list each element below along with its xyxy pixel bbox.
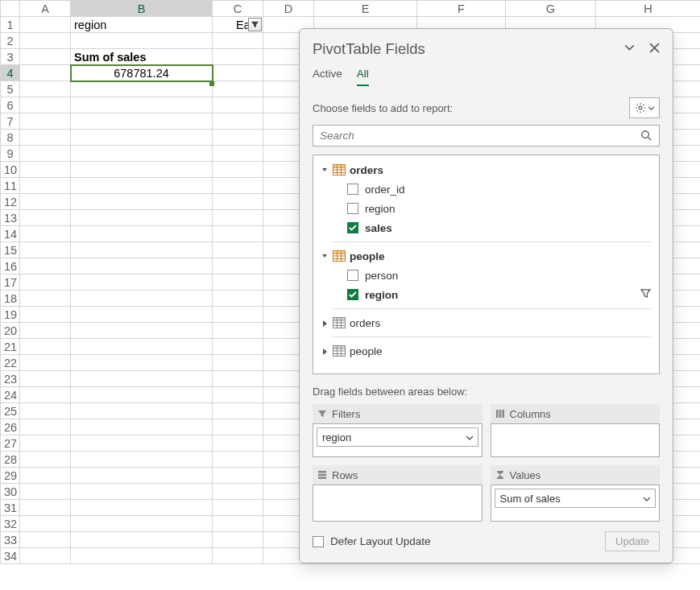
svg-rect-3 bbox=[333, 165, 346, 168]
defer-layout-label: Defer Layout Update bbox=[330, 535, 605, 547]
row-2[interactable]: 2 bbox=[1, 33, 20, 49]
tree-field-person[interactable]: person bbox=[321, 266, 651, 285]
table-icon bbox=[333, 345, 346, 357]
search-icon bbox=[640, 130, 652, 142]
cell-B3[interactable]: Sum of sales bbox=[71, 49, 213, 65]
filter-icon bbox=[317, 409, 327, 419]
area-columns[interactable]: Columns bbox=[491, 404, 661, 457]
col-A[interactable]: A bbox=[20, 1, 71, 17]
search-input[interactable] bbox=[313, 125, 660, 146]
row-1[interactable]: 1 bbox=[1, 17, 20, 33]
tree-table-label: orders bbox=[350, 164, 383, 176]
tab-active[interactable]: Active bbox=[313, 68, 342, 86]
defer-layout-checkbox[interactable] bbox=[313, 536, 324, 547]
filter-icon[interactable] bbox=[640, 288, 651, 301]
area-rows[interactable]: Rows bbox=[313, 465, 483, 522]
tree-field-people-region[interactable]: region bbox=[321, 285, 651, 304]
checkbox-icon[interactable] bbox=[347, 184, 358, 195]
search-field[interactable] bbox=[320, 130, 640, 142]
tools-gear-button[interactable] bbox=[629, 97, 660, 118]
col-E[interactable]: E bbox=[314, 1, 417, 17]
checkbox-icon[interactable] bbox=[347, 270, 358, 281]
col-D[interactable]: D bbox=[263, 1, 314, 17]
svg-point-0 bbox=[639, 106, 642, 109]
area-filters[interactable]: Filters region bbox=[313, 404, 483, 457]
checkbox-checked-icon[interactable] bbox=[347, 289, 358, 300]
col-G[interactable]: G bbox=[506, 1, 596, 17]
tree-table-people-collapsed[interactable]: people bbox=[321, 341, 651, 361]
gear-icon bbox=[635, 102, 646, 113]
tree-table-people[interactable]: people bbox=[321, 246, 651, 266]
fill-handle[interactable] bbox=[209, 81, 214, 86]
tree-table-orders[interactable]: orders bbox=[321, 160, 651, 179]
panel-title: PivotTable Fields bbox=[313, 40, 624, 58]
field-list[interactable]: orders order_id region sales people pers… bbox=[313, 155, 660, 374]
svg-point-1 bbox=[642, 131, 648, 138]
collapse-icon[interactable] bbox=[321, 164, 329, 176]
cell-C1[interactable]: East bbox=[213, 17, 263, 33]
row-3[interactable]: 3 bbox=[1, 49, 20, 65]
svg-rect-28 bbox=[502, 410, 504, 418]
cell-B1[interactable]: region bbox=[71, 17, 213, 33]
area-values[interactable]: Values Sum of sales bbox=[491, 465, 661, 522]
tree-field-order-id[interactable]: order_id bbox=[321, 179, 651, 199]
panel-tabs: Active All bbox=[313, 68, 660, 86]
filter-dropdown-icon[interactable] bbox=[248, 18, 262, 31]
pivottable-fields-panel: PivotTable Fields Active All Choose fiel… bbox=[299, 28, 673, 563]
close-icon[interactable] bbox=[649, 42, 660, 56]
chevron-down-icon[interactable] bbox=[466, 431, 473, 444]
tree-field-orders-region[interactable]: region bbox=[321, 199, 651, 218]
table-icon bbox=[333, 317, 346, 328]
tree-table-label: people bbox=[350, 250, 385, 262]
collapse-icon[interactable] bbox=[321, 250, 329, 262]
tree-field-sales[interactable]: sales bbox=[321, 218, 651, 237]
expand-icon[interactable] bbox=[321, 317, 328, 329]
svg-rect-9 bbox=[333, 251, 346, 254]
chevron-down-icon[interactable] bbox=[644, 493, 650, 505]
tree-table-orders-collapsed[interactable]: orders bbox=[321, 313, 651, 332]
cell-B4-selected[interactable]: 678781.24 bbox=[71, 65, 213, 81]
svg-rect-21 bbox=[333, 346, 346, 349]
choose-fields-label: Choose fields to add to report: bbox=[313, 102, 629, 114]
col-B[interactable]: B bbox=[71, 1, 213, 17]
checkbox-checked-icon[interactable] bbox=[347, 222, 358, 233]
table-icon bbox=[333, 250, 346, 262]
svg-rect-30 bbox=[318, 474, 326, 477]
col-H[interactable]: H bbox=[596, 1, 701, 17]
col-C[interactable]: C bbox=[213, 1, 263, 17]
values-item-sum-of-sales[interactable]: Sum of sales bbox=[495, 489, 657, 508]
tab-all[interactable]: All bbox=[357, 68, 369, 86]
chevron-down-icon bbox=[648, 105, 654, 111]
expand-icon[interactable] bbox=[321, 345, 328, 357]
drag-areas-label: Drag fields between areas below: bbox=[300, 374, 673, 404]
svg-rect-26 bbox=[496, 410, 499, 418]
column-headers[interactable]: A B C D E F G H bbox=[1, 1, 701, 17]
rows-icon bbox=[317, 470, 327, 480]
columns-icon bbox=[495, 409, 505, 419]
sigma-icon bbox=[495, 470, 505, 480]
svg-rect-29 bbox=[318, 471, 326, 473]
table-icon bbox=[333, 164, 346, 175]
checkbox-icon[interactable] bbox=[347, 203, 358, 214]
svg-rect-15 bbox=[333, 318, 346, 321]
svg-rect-27 bbox=[499, 410, 501, 418]
col-F[interactable]: F bbox=[417, 1, 506, 17]
svg-rect-31 bbox=[318, 477, 326, 480]
row-4[interactable]: 4 bbox=[1, 65, 20, 81]
chevron-down-icon[interactable] bbox=[624, 42, 635, 56]
filters-item-region[interactable]: region bbox=[317, 427, 478, 447]
update-button[interactable]: Update bbox=[605, 531, 660, 551]
